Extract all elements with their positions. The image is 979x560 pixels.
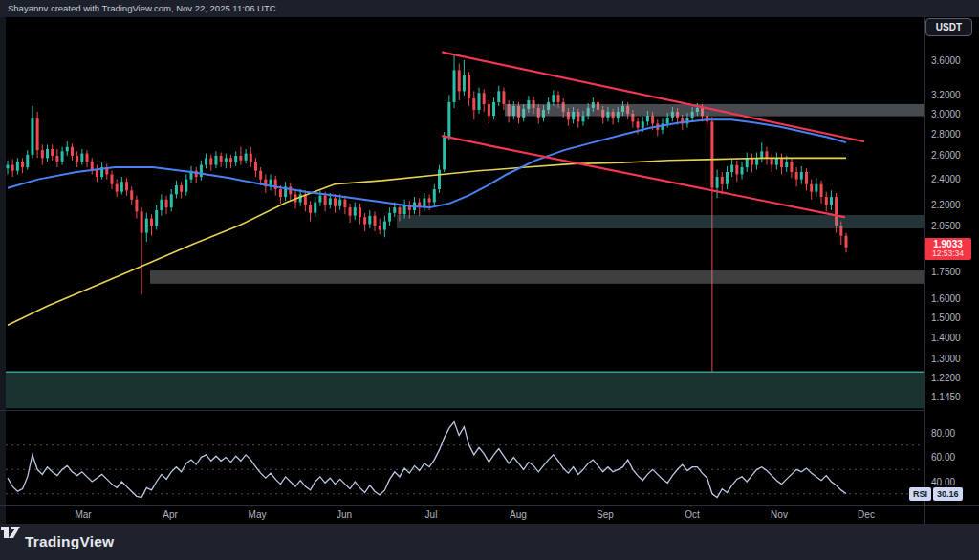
price-tick: 2.0500 bbox=[931, 221, 961, 231]
rsi-pane bbox=[6, 422, 924, 498]
tradingview-snapshot: Shayannv created with TradingView.com, N… bbox=[0, 0, 979, 560]
price-tick: 2.8000 bbox=[931, 129, 961, 140]
chart-canvas[interactable]: 3.60003.20003.00002.80002.60002.40002.20… bbox=[0, 0, 979, 560]
month-tick: Aug bbox=[510, 509, 527, 520]
price-zones bbox=[6, 104, 924, 408]
tradingview-brand[interactable]: TradingView bbox=[25, 533, 114, 550]
price-tick: 1.5000 bbox=[931, 312, 961, 323]
price-tick: 2.2000 bbox=[931, 200, 961, 210]
support-zone-175 bbox=[150, 270, 924, 284]
candlestick-series bbox=[7, 55, 848, 372]
quote-currency-button[interactable]: USDT bbox=[925, 18, 972, 36]
price-tick: 3.6000 bbox=[931, 55, 961, 66]
price-tick: 2.6000 bbox=[931, 150, 961, 161]
month-tick: Jul bbox=[425, 509, 438, 520]
month-tick: Sep bbox=[597, 509, 614, 520]
price-tick: 3.2000 bbox=[931, 90, 961, 100]
month-tick: Mar bbox=[75, 509, 92, 520]
price-axis: 3.60003.20003.00002.80002.60002.40002.20… bbox=[931, 55, 961, 487]
time-axis: MarAprMayJunJulAugSepOctNovDec bbox=[75, 509, 875, 520]
month-tick: Dec bbox=[858, 509, 875, 520]
price-tick: 1.1450 bbox=[931, 392, 961, 402]
price-tick: 1.7500 bbox=[931, 267, 961, 277]
month-tick: May bbox=[249, 509, 267, 520]
price-tick: 3.0000 bbox=[931, 109, 961, 119]
ma-slow-line bbox=[8, 158, 846, 325]
month-tick: Apr bbox=[163, 509, 178, 520]
month-tick: Nov bbox=[771, 509, 788, 520]
rsi-line bbox=[8, 422, 846, 498]
price-tick: 1.3000 bbox=[931, 354, 961, 364]
price-tick: 1.6000 bbox=[931, 293, 961, 304]
month-tick: Jun bbox=[337, 509, 352, 520]
footer-bar: TradingView bbox=[0, 524, 979, 560]
rsi-tick: 80.00 bbox=[931, 428, 955, 439]
price-tick: 2.4000 bbox=[931, 174, 961, 184]
rsi-value: 30.16 bbox=[933, 487, 963, 501]
rsi-label: RSI bbox=[909, 487, 931, 501]
bar-countdown: 12:53:34 bbox=[925, 249, 971, 258]
rsi-tick: 60.00 bbox=[931, 452, 955, 463]
rsi-tick: 40.00 bbox=[931, 477, 955, 487]
ma-fast-line bbox=[8, 119, 846, 207]
last-price-badge: 1.9033 12:53:34 bbox=[925, 238, 971, 260]
demand-zone-low bbox=[6, 372, 924, 408]
price-tick: 1.4000 bbox=[931, 333, 961, 343]
rsi-value-badge: RSI 30.16 bbox=[909, 487, 963, 501]
price-tick: 1.2200 bbox=[931, 373, 961, 383]
month-tick: Oct bbox=[685, 509, 700, 520]
tradingview-logo-icon[interactable] bbox=[0, 524, 21, 541]
